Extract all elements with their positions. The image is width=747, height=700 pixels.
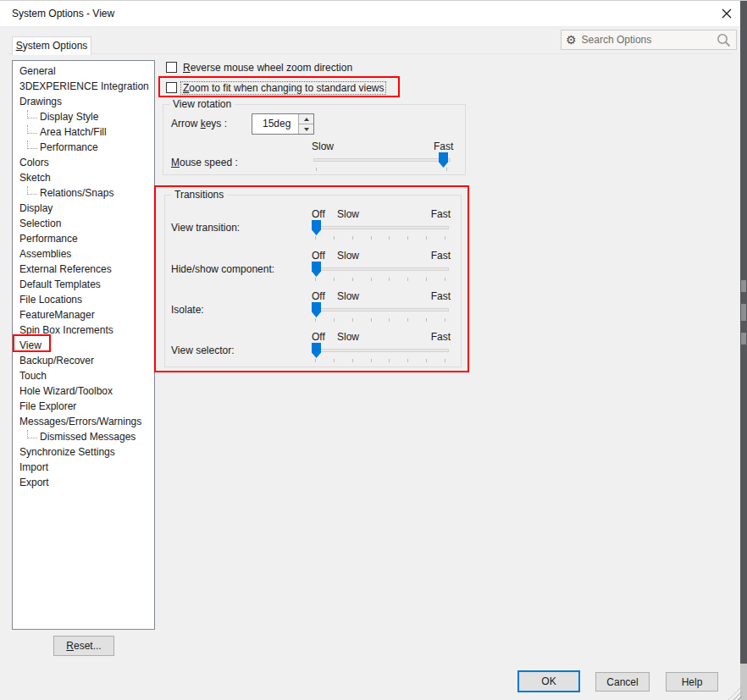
- fast-label: Fast: [431, 331, 451, 343]
- tree-item-label: Performance: [19, 233, 78, 245]
- isolate-thumb[interactable]: [312, 302, 321, 317]
- tree-item-view[interactable]: View: [13, 338, 154, 353]
- fast-label: Fast: [431, 250, 451, 262]
- slow-label: Slow: [337, 208, 359, 220]
- close-button[interactable]: [715, 4, 739, 23]
- tree-item-import[interactable]: Import: [13, 460, 154, 475]
- isolate-row: Isolate: Off Slow Fast: [164, 290, 462, 331]
- spinner-down-button[interactable]: [299, 124, 313, 134]
- tree-item-sketch[interactable]: Sketch: [13, 170, 154, 185]
- cancel-button[interactable]: Cancel: [595, 672, 650, 692]
- off-label: Off: [312, 250, 325, 262]
- tab-system-options[interactable]: System Options: [12, 36, 91, 55]
- tree-item-label: Default Templates: [19, 278, 101, 290]
- tree-item-display-style[interactable]: Display Style: [13, 109, 154, 124]
- tree-item-relations-snaps[interactable]: Relations/Snaps: [13, 185, 154, 201]
- view-selector-track[interactable]: [313, 349, 449, 352]
- resize-grip[interactable]: [728, 686, 742, 700]
- search-input[interactable]: Search Options: [582, 34, 717, 46]
- tick-mark: [389, 278, 390, 281]
- tree-item-label: General: [19, 65, 56, 77]
- tree-item-default-templates[interactable]: Default Templates: [13, 277, 154, 292]
- reset-button[interactable]: Reset...: [53, 636, 114, 656]
- tick-mark: [352, 359, 353, 362]
- tree-elbow-icon: [27, 186, 37, 195]
- slow-label: Slow: [337, 290, 359, 302]
- spinner-up-button[interactable]: [299, 114, 313, 124]
- tree-item-label: Assemblies: [19, 248, 71, 260]
- tree-item-assemblies[interactable]: Assemblies: [13, 246, 154, 262]
- tree-item-label: Selection: [19, 218, 61, 229]
- slow-label: Slow: [337, 331, 359, 343]
- tree-item-external-references[interactable]: External References: [13, 262, 154, 277]
- view-transition-label: View transition:: [171, 222, 240, 234]
- tick-mark: [407, 278, 408, 281]
- view-selector-row: View selector: Off Slow Fast: [164, 331, 462, 372]
- tree-item-selection[interactable]: Selection: [13, 216, 154, 231]
- search-options-box[interactable]: ⚙ Search Options: [561, 30, 737, 50]
- isolate-track[interactable]: [313, 308, 449, 311]
- tree-item-label: Export: [19, 477, 49, 488]
- view-transition-track[interactable]: [313, 226, 449, 229]
- tree-item-3dexperience-integration[interactable]: 3DEXPERIENCE Integration: [13, 79, 154, 94]
- tick-mark: [426, 318, 427, 322]
- tree-item-label: 3DEXPERIENCE Integration: [19, 80, 149, 92]
- tree-item-file-explorer[interactable]: File Explorer: [13, 399, 154, 414]
- tree-item-label: Dismissed Messages: [40, 431, 136, 443]
- background-app-edge: [740, 1, 747, 700]
- tree-item-featuremanager[interactable]: FeatureManager: [13, 307, 154, 322]
- hide-show-component-track[interactable]: [313, 267, 449, 271]
- zoom-to-fit-checkbox[interactable]: [166, 82, 177, 93]
- tree-item-drawings[interactable]: Drawings: [13, 94, 154, 109]
- spinner-buttons: [298, 114, 313, 134]
- title-bar: System Options - View: [0, 1, 740, 27]
- tick-mark: [445, 318, 445, 322]
- tree-item-performance[interactable]: Performance: [13, 231, 154, 246]
- tick-marks: [313, 318, 449, 322]
- view-selector-thumb[interactable]: [312, 343, 321, 358]
- tick-mark: [334, 318, 335, 322]
- tick-mark: [315, 359, 316, 362]
- hide-show-component-label: Hide/show component:: [171, 263, 274, 275]
- mouse-speed-track[interactable]: [313, 158, 451, 162]
- ok-button[interactable]: OK: [517, 670, 580, 692]
- arrow-keys-label: Arrow keys :: [171, 118, 227, 130]
- help-button[interactable]: Help: [666, 672, 718, 692]
- tick-marks: [313, 236, 449, 240]
- tick-mark: [407, 359, 408, 362]
- tick-mark: [352, 318, 353, 322]
- tree-item-label: File Explorer: [19, 400, 76, 412]
- hide-show-component-thumb[interactable]: [312, 262, 321, 277]
- tick-mark: [445, 236, 445, 240]
- tree-item-messages-errors-warnings[interactable]: Messages/Errors/Warnings: [13, 414, 154, 429]
- tick-mark: [371, 359, 372, 362]
- tree-item-area-hatch-fill[interactable]: Area Hatch/Fill: [13, 124, 154, 140]
- tree-item-label: Import: [19, 461, 48, 473]
- tree-item-label: Backup/Recover: [19, 355, 94, 367]
- view-selector-label: View selector:: [171, 344, 234, 356]
- tick-mark: [334, 359, 335, 362]
- view-transition-thumb[interactable]: [312, 220, 321, 235]
- gear-icon[interactable]: ⚙: [566, 34, 577, 46]
- tree-item-display[interactable]: Display: [13, 201, 154, 216]
- options-tree: General3DEXPERIENCE IntegrationDrawingsD…: [12, 60, 155, 630]
- tree-item-performance[interactable]: Performance: [13, 140, 154, 155]
- tree-item-export[interactable]: Export: [13, 475, 154, 490]
- tree-item-touch[interactable]: Touch: [13, 368, 154, 383]
- tree-item-file-locations[interactable]: File Locations: [13, 292, 154, 307]
- tree-item-label: Touch: [19, 370, 47, 382]
- tree-item-synchronize-settings[interactable]: Synchronize Settings: [13, 444, 154, 460]
- mouse-speed-slow-label: Slow: [312, 141, 334, 152]
- tree-item-hole-wizard-toolbox[interactable]: Hole Wizard/Toolbox: [13, 383, 154, 399]
- tree-item-label: Spin Box Increments: [19, 324, 113, 336]
- tree-item-general[interactable]: General: [13, 63, 154, 79]
- tree-item-colors[interactable]: Colors: [13, 155, 154, 170]
- reverse-mouse-wheel-checkbox[interactable]: [166, 62, 177, 73]
- arrow-keys-value[interactable]: 15deg: [252, 114, 298, 134]
- tree-item-label: Area Hatch/Fill: [40, 126, 107, 138]
- tree-item-spin-box-increments[interactable]: Spin Box Increments: [13, 322, 154, 338]
- search-icon[interactable]: [717, 33, 731, 47]
- tree-item-dismissed-messages[interactable]: Dismissed Messages: [13, 429, 154, 444]
- tick-mark: [371, 236, 372, 240]
- tree-item-backup-recover[interactable]: Backup/Recover: [13, 353, 154, 368]
